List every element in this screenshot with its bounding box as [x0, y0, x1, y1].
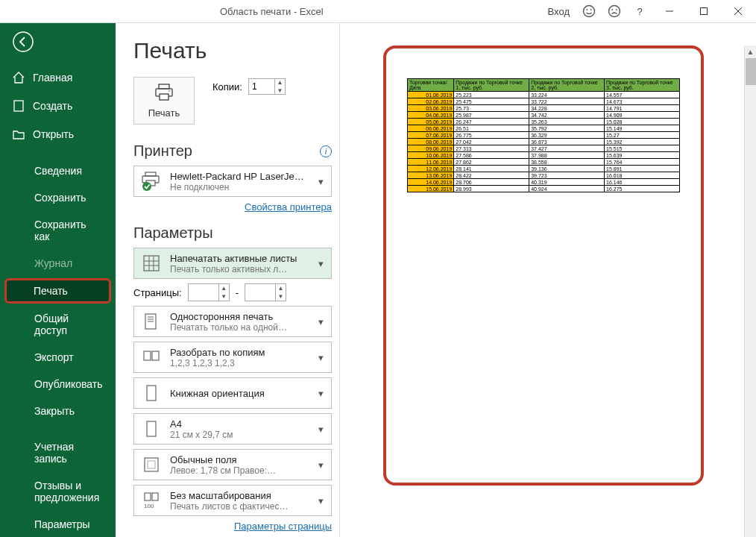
- frown-icon[interactable]: [604, 0, 625, 22]
- chevron-down-icon: ▾: [315, 258, 327, 269]
- sidebar-label: Печать: [34, 285, 68, 297]
- sidebar-item-options[interactable]: Параметры: [0, 511, 116, 537]
- sidebar-label: Общий доступ: [34, 313, 104, 336]
- collate-dropdown[interactable]: Разобрать по копиям1,2,3 1,2,3 1,2,3 ▾: [133, 342, 332, 373]
- printer-dropdown[interactable]: Hewlett-Packard HP LaserJe…Не подключен …: [133, 166, 332, 197]
- svg-point-3: [609, 6, 620, 17]
- minimize-button[interactable]: [655, 0, 684, 22]
- svg-rect-36: [152, 493, 158, 500]
- svg-point-15: [168, 90, 170, 92]
- sidebar-label: Отзывы и: [34, 480, 81, 492]
- sidebar-item-feedback[interactable]: Отзывы ипредложения: [0, 472, 116, 511]
- margins-icon: [139, 452, 164, 477]
- backstage-sidebar: Главная Создать Открыть Сведения Сохрани…: [0, 23, 116, 537]
- copies-label: Копии:: [212, 81, 242, 92]
- svg-text:100: 100: [144, 503, 154, 509]
- pages-sep: -: [236, 287, 239, 298]
- margins-dropdown[interactable]: Обычные поляЛевое: 1,78 см Правое:… ▾: [133, 449, 332, 480]
- login-link[interactable]: Вход: [544, 6, 574, 17]
- maximize-button[interactable]: [689, 0, 719, 22]
- svg-rect-31: [147, 386, 156, 401]
- copies-field[interactable]: [249, 81, 274, 92]
- splitter[interactable]: [339, 23, 346, 537]
- pages-row: Страницы: ▲▼ - ▲▼: [133, 283, 332, 301]
- orientation-dropdown[interactable]: Книжная ориентация ▾: [133, 377, 332, 409]
- sidebar-label: Закрыть: [34, 405, 75, 417]
- window-title: Область печати - Excel: [0, 6, 544, 17]
- sidebar-item-account[interactable]: Учетная запись: [0, 433, 116, 472]
- svg-rect-35: [145, 493, 151, 500]
- print-what-dropdown[interactable]: Напечатать активные листыПечать только а…: [133, 248, 332, 279]
- scroll-thumb[interactable]: [746, 58, 756, 85]
- svg-point-2: [590, 9, 592, 10]
- chevron-down-icon: ▾: [315, 495, 327, 506]
- page-from-input[interactable]: ▲▼: [188, 283, 230, 301]
- svg-rect-29: [144, 351, 151, 360]
- sidebar-label: Сохранить как: [34, 219, 104, 242]
- printer-status: Не подключен: [170, 182, 309, 192]
- sidebar-item-export[interactable]: Экспорт: [0, 344, 116, 371]
- scale-icon: 100: [139, 488, 164, 513]
- collate-icon: [139, 345, 164, 370]
- copies-up[interactable]: ▲: [275, 78, 285, 87]
- sidebar-label: Параметры: [34, 518, 90, 530]
- svg-rect-30: [152, 351, 159, 360]
- new-icon: [12, 99, 25, 113]
- print-button-label: Печать: [148, 107, 180, 119]
- scroll-up[interactable]: ▲: [745, 45, 756, 57]
- sidebar-item-open[interactable]: Открыть: [0, 120, 116, 148]
- svg-rect-20: [144, 256, 159, 271]
- titlebar-controls: Вход ?: [544, 0, 756, 22]
- svg-rect-16: [145, 172, 156, 176]
- svg-point-1: [586, 9, 588, 10]
- chevron-down-icon: ▾: [315, 388, 327, 399]
- copies-down[interactable]: ▼: [275, 87, 285, 95]
- svg-rect-32: [147, 421, 156, 436]
- portrait-icon: [139, 380, 164, 406]
- sidebar-item-print[interactable]: Печать: [4, 278, 111, 304]
- sidebar-label: Открыть: [33, 128, 74, 140]
- sidebar-item-create[interactable]: Создать: [0, 92, 116, 120]
- svg-rect-7: [701, 8, 708, 15]
- printer-icon: [153, 83, 175, 104]
- sheets-icon: [139, 251, 164, 276]
- vertical-scrollbar[interactable]: ▲: [744, 45, 756, 537]
- sidebar-item-share[interactable]: Общий доступ: [0, 305, 116, 344]
- sidebar-label: Опубликовать: [34, 378, 103, 390]
- svg-rect-14: [160, 94, 168, 100]
- sidebar-label: Сведения: [34, 165, 82, 177]
- scaling-dropdown[interactable]: 100 Без масштабированияПечать листов с ф…: [133, 485, 332, 516]
- sidebar-item-save[interactable]: Сохранить: [0, 184, 116, 211]
- printer-heading: Принтерi: [133, 142, 332, 160]
- info-icon[interactable]: i: [320, 145, 332, 157]
- paper-dropdown[interactable]: A421 см x 29,7 см ▾: [133, 413, 332, 445]
- copies-input[interactable]: ▲▼: [248, 78, 286, 95]
- chevron-down-icon: ▾: [315, 459, 327, 471]
- sidebar-item-close[interactable]: Закрыть: [0, 398, 116, 424]
- content: Печать Печать Копии: ▲▼ Принтерi Hewlett: [116, 23, 756, 537]
- svg-point-0: [584, 6, 595, 17]
- sidebar-item-saveas[interactable]: Сохранить как: [0, 211, 116, 250]
- sidebar-label: Журнал: [34, 257, 72, 269]
- smile-icon[interactable]: [579, 0, 599, 22]
- open-icon: [12, 128, 25, 141]
- printer-properties-link[interactable]: Свойства принтера: [245, 201, 332, 213]
- sidebar-item-publish[interactable]: Опубликовать: [0, 371, 116, 398]
- print-button[interactable]: Печать: [133, 77, 195, 125]
- svg-point-5: [616, 9, 617, 10]
- svg-point-4: [611, 9, 613, 10]
- page-title: Печать: [133, 38, 332, 63]
- main: Главная Создать Открыть Сведения Сохрани…: [0, 22, 756, 537]
- help-icon[interactable]: ?: [629, 0, 650, 22]
- sidebar-item-home[interactable]: Главная: [0, 63, 116, 92]
- back-button[interactable]: [10, 31, 36, 53]
- sidebar-item-info[interactable]: Сведения: [0, 157, 116, 184]
- close-button[interactable]: [723, 0, 753, 22]
- chevron-down-icon: ▾: [315, 424, 327, 435]
- printer-status-icon: [139, 169, 164, 194]
- preview-page: Торговая точка/ ДатаПродажи по Торговой …: [383, 45, 704, 486]
- page-to-input[interactable]: ▲▼: [245, 283, 286, 301]
- page-setup-link[interactable]: Параметры страницы: [234, 521, 332, 532]
- pages-label: Страницы:: [133, 287, 182, 298]
- sides-dropdown[interactable]: Односторонняя печатьПечатать только на о…: [133, 306, 332, 337]
